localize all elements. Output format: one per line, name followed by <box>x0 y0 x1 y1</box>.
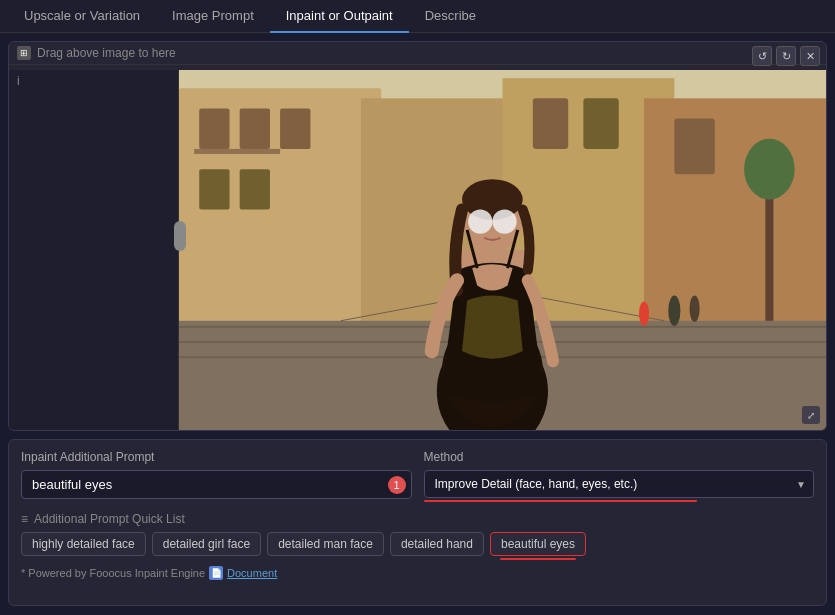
quick-chip[interactable]: detailed man face <box>267 532 384 556</box>
undo-button[interactable]: ↺ <box>752 46 772 66</box>
tab-image-prompt[interactable]: Image Prompt <box>156 0 270 33</box>
left-controls: Inpaint Additional Prompt 1 <box>21 450 412 502</box>
svg-point-27 <box>468 210 492 234</box>
image-panel-header: ⊞ Drag above image to here <box>9 42 826 65</box>
image-panel-controls: ↺ ↻ ✕ <box>752 46 820 66</box>
svg-rect-12 <box>674 119 714 175</box>
controls-row: Inpaint Additional Prompt 1 Method Impro… <box>21 450 814 502</box>
drag-label: Drag above image to here <box>37 46 176 60</box>
svg-rect-10 <box>533 98 568 149</box>
svg-rect-8 <box>199 169 229 209</box>
svg-rect-5 <box>199 108 229 148</box>
expand-icon[interactable]: ⤢ <box>802 406 820 424</box>
main-content: ⊞ Drag above image to here ↺ ↻ ✕ i <box>0 33 835 614</box>
svg-point-32 <box>690 295 700 321</box>
prompt-badge: 1 <box>388 476 406 494</box>
tab-upscale[interactable]: Upscale or Variation <box>8 0 156 33</box>
svg-point-26 <box>462 179 523 219</box>
footer: * Powered by Fooocus Inpaint Engine 📄 Do… <box>21 566 814 580</box>
doc-icon: 📄 <box>209 566 223 580</box>
doc-link[interactable]: Document <box>227 567 277 579</box>
street-scene-svg <box>179 70 826 430</box>
tab-inpaint[interactable]: Inpaint or Outpaint <box>270 0 409 33</box>
quick-chip[interactable]: detailed girl face <box>152 532 261 556</box>
footer-text: * Powered by Fooocus Inpaint Engine <box>21 567 205 579</box>
svg-point-28 <box>492 210 516 234</box>
svg-point-33 <box>639 302 649 326</box>
quick-chip[interactable]: beautiful eyes <box>490 532 586 556</box>
method-underline <box>424 500 697 502</box>
close-button[interactable]: ✕ <box>800 46 820 66</box>
info-i-label: i <box>17 74 20 88</box>
canvas-info-icon: ⊞ <box>17 46 31 60</box>
method-select-wrapper: Improve Detail (face, hand, eyes, etc.)M… <box>424 470 815 498</box>
quick-list-header: ≡ Additional Prompt Quick List <box>21 512 814 526</box>
tab-bar: Upscale or Variation Image Prompt Inpain… <box>0 0 835 33</box>
redo-button[interactable]: ↻ <box>776 46 796 66</box>
photo-area[interactable] <box>179 70 826 430</box>
quick-chip[interactable]: detailed hand <box>390 532 484 556</box>
method-label: Method <box>424 450 815 464</box>
quick-chip[interactable]: highly detailed face <box>21 532 146 556</box>
prompt-input[interactable] <box>21 470 412 499</box>
tab-describe[interactable]: Describe <box>409 0 492 33</box>
quick-list-label: Additional Prompt Quick List <box>34 512 185 526</box>
chip-underline <box>500 558 577 560</box>
svg-rect-9 <box>240 169 270 209</box>
svg-point-35 <box>744 139 795 200</box>
bottom-panel: Inpaint Additional Prompt 1 Method Impro… <box>8 439 827 606</box>
svg-rect-13 <box>194 149 239 154</box>
svg-rect-6 <box>240 108 270 148</box>
method-select[interactable]: Improve Detail (face, hand, eyes, etc.)M… <box>424 470 815 498</box>
svg-rect-7 <box>280 108 310 148</box>
svg-rect-11 <box>583 98 618 149</box>
quick-chips: highly detailed facedetailed girl facede… <box>21 532 814 560</box>
right-controls: Method Improve Detail (face, hand, eyes,… <box>424 450 815 502</box>
prompt-input-wrapper: 1 <box>21 470 412 499</box>
image-panel: ⊞ Drag above image to here ↺ ↻ ✕ i <box>8 41 827 431</box>
svg-rect-14 <box>235 149 280 154</box>
hamburger-icon: ≡ <box>21 512 28 526</box>
scroll-handle[interactable] <box>174 221 186 251</box>
drag-sidebar[interactable] <box>9 70 179 430</box>
svg-point-31 <box>668 295 680 325</box>
inpaint-prompt-label: Inpaint Additional Prompt <box>21 450 412 464</box>
